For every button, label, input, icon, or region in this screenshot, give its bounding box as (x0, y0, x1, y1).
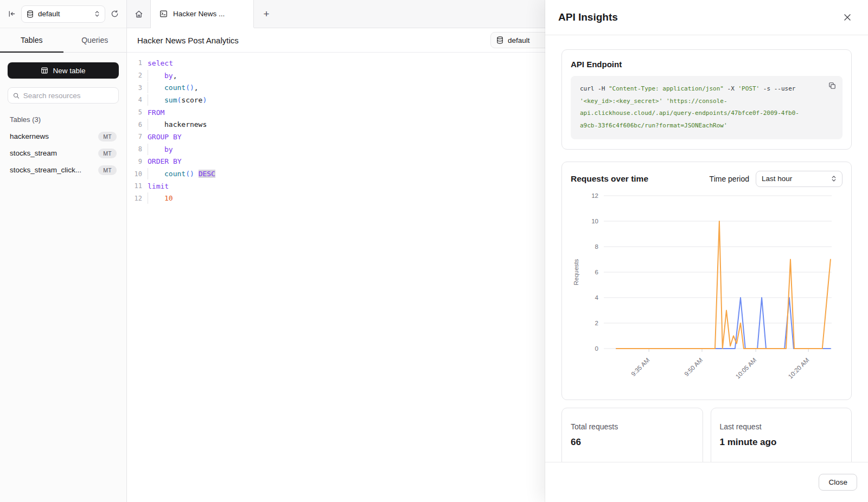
requests-card-header: Requests over time Time period Last hour (571, 171, 843, 187)
curl-code-line: curl -H "Content-Type: application/json"… (580, 83, 819, 95)
query-title: Hacker News Post Analytics (137, 36, 239, 45)
chevron-updown-icon (831, 175, 837, 182)
panel-footer: Close (545, 462, 868, 502)
curl-code-line: a9cb-33f6c4f606bc/run?format=JSONEachRow… (580, 120, 819, 132)
api-endpoint-card: API Endpoint curl -H "Content-Type: appl… (561, 49, 852, 150)
database-icon (27, 10, 34, 18)
line-number: 12 (133, 195, 142, 202)
total-requests-value: 66 (571, 437, 694, 448)
line-number: 3 (133, 84, 142, 92)
api-insights-panel: API Insights API Endpoint curl -H "Conte… (545, 0, 868, 502)
table-name: hackernews (10, 132, 49, 140)
line-number: 2 (133, 72, 142, 79)
close-icon (844, 14, 851, 21)
search-icon (13, 92, 20, 99)
svg-text:4: 4 (595, 294, 599, 301)
code-text: hackernews (148, 120, 207, 128)
query-tab[interactable]: Hacker News ... (151, 0, 254, 28)
requests-chart-wrap: 0246810129:35 AM9:50 AM10:05 AM10:20 AMR… (571, 190, 843, 391)
svg-text:6: 6 (595, 269, 598, 275)
panel-header: API Insights (545, 0, 868, 35)
refresh-icon (111, 10, 119, 18)
code-text: by (148, 145, 173, 153)
new-table-button[interactable]: New table (8, 62, 119, 79)
code-text: limit (148, 182, 169, 190)
line-number: 5 (133, 108, 142, 116)
sidebar-topbar: default (0, 0, 126, 28)
panel-title: API Insights (558, 11, 618, 23)
close-button[interactable]: Close (819, 474, 857, 491)
requests-chart: 0246810129:35 AM9:50 AM10:05 AM10:20 AMR… (571, 190, 836, 391)
curl-code-line: api.clickhouse.cloud/.api/query-endpoint… (580, 107, 819, 120)
code-text: GROUP BY (148, 133, 182, 141)
requests-card-title: Requests over time (571, 174, 703, 184)
tables-list: hackernewsMTstocks_streamMTstocks_stream… (8, 128, 119, 178)
database-selector-value: default (38, 10, 90, 18)
last-request-value: 1 minute ago (720, 437, 843, 448)
svg-text:8: 8 (595, 243, 598, 250)
line-number: 10 (133, 170, 142, 178)
table-name: stocks_stream_click... (10, 166, 81, 174)
table-icon (41, 67, 48, 74)
code-text: select (148, 59, 173, 67)
database-selector[interactable]: default (21, 5, 105, 23)
collapse-sidebar-button[interactable] (8, 10, 16, 18)
api-endpoint-title: API Endpoint (571, 60, 843, 69)
total-requests-label: Total requests (571, 422, 694, 431)
chevron-updown-icon (94, 10, 100, 17)
table-engine-badge: MT (98, 149, 117, 158)
table-name: stocks_stream (10, 149, 57, 157)
svg-text:9:35 AM: 9:35 AM (630, 357, 650, 377)
time-period-value: Last hour (762, 175, 792, 183)
table-row[interactable]: stocks_streamMT (8, 145, 119, 162)
code-text: sum(score) (148, 96, 207, 104)
tab-tables[interactable]: Tables (0, 28, 63, 52)
code-text: FROM (148, 108, 164, 117)
line-number: 1 (133, 59, 142, 67)
svg-text:0: 0 (595, 345, 598, 352)
tab-queries[interactable]: Queries (63, 28, 127, 52)
requests-over-time-card: Requests over time Time period Last hour… (561, 162, 852, 400)
home-button[interactable] (127, 0, 151, 28)
svg-text:Requests: Requests (573, 259, 579, 285)
curl-code-block: curl -H "Content-Type: application/json"… (571, 76, 843, 139)
table-engine-badge: MT (98, 132, 117, 141)
svg-text:9:50 AM: 9:50 AM (683, 357, 704, 377)
editor-database-value: default (508, 36, 530, 44)
tables-section-label: Tables (3) (8, 115, 119, 124)
close-panel-button[interactable] (840, 10, 855, 25)
line-number: 7 (133, 133, 142, 140)
new-table-label: New table (53, 67, 85, 75)
terminal-icon (159, 10, 168, 18)
code-text: ORDER BY (148, 157, 182, 165)
new-tab-button[interactable]: + (254, 0, 279, 28)
sidebar-body: New table Tables (3) hackernewsMTstocks_… (0, 53, 126, 188)
line-number: 11 (133, 182, 142, 190)
search-input[interactable] (23, 92, 113, 100)
code-text: by, (148, 72, 177, 80)
table-row[interactable]: stocks_stream_click...MT (8, 162, 119, 178)
code-text: count() DESC (148, 170, 215, 178)
home-icon (135, 10, 143, 18)
time-period-label: Time period (710, 175, 749, 183)
svg-text:10:05 AM: 10:05 AM (735, 357, 758, 380)
refresh-button[interactable] (111, 10, 119, 18)
table-engine-badge: MT (98, 165, 117, 175)
curl-code-line: '<key_id>:<key_secret>' 'https://console… (580, 95, 819, 108)
code-text: 10 (148, 194, 173, 202)
copy-icon (828, 82, 836, 89)
svg-text:10: 10 (591, 218, 598, 224)
svg-text:2: 2 (595, 320, 598, 326)
time-period-select[interactable]: Last hour (756, 171, 843, 187)
query-tab-label: Hacker News ... (173, 10, 225, 18)
sidebar: default Tables Queries New table (0, 0, 127, 502)
table-row[interactable]: hackernewsMT (8, 128, 119, 145)
svg-text:10:20 AM: 10:20 AM (787, 357, 810, 380)
curl-code-lines: curl -H "Content-Type: application/json"… (580, 83, 819, 132)
database-icon (496, 36, 503, 44)
code-text: count(), (148, 83, 199, 92)
copy-button[interactable] (828, 82, 836, 89)
svg-text:12: 12 (591, 192, 598, 199)
panel-body: API Endpoint curl -H "Content-Type: appl… (545, 35, 868, 502)
last-request-label: Last request (720, 422, 843, 431)
